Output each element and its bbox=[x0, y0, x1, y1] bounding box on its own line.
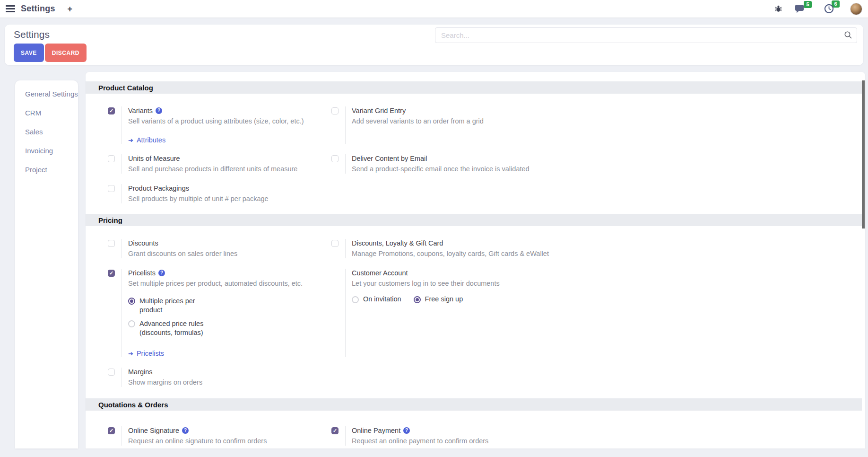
pricelists-checkbox[interactable] bbox=[108, 270, 115, 277]
setting-description: Add several variants to an order from a … bbox=[352, 117, 555, 126]
online-signature-checkbox[interactable] bbox=[108, 427, 115, 434]
plus-icon[interactable]: + bbox=[68, 5, 73, 13]
sidebar-item-general-settings[interactable]: General Settings bbox=[15, 84, 78, 103]
help-icon bbox=[403, 427, 410, 434]
topbar-right-icons: 5 6 bbox=[774, 3, 862, 15]
setting-description: Let your customers log in to see their d… bbox=[352, 279, 555, 288]
setting-description: Sell variants of a product using attribu… bbox=[128, 117, 331, 126]
setting-label: Deliver Content by Email bbox=[352, 154, 427, 163]
discard-button[interactable]: DISCARD bbox=[45, 44, 87, 62]
divider bbox=[345, 154, 346, 174]
setting-units-of-measure: Units of Measure Sell and purchase produ… bbox=[108, 154, 331, 174]
units-of-measure-checkbox[interactable] bbox=[108, 155, 115, 162]
section-product-catalog: Variants Sell variants of a product usin… bbox=[86, 94, 865, 214]
bug-icon[interactable] bbox=[774, 5, 782, 13]
setting-description: Sell products by multiple of unit # per … bbox=[128, 194, 331, 203]
radio-free-sign-up[interactable]: Free sign up bbox=[414, 295, 463, 304]
customer-account-radio-group: On invitation Free sign up bbox=[352, 295, 555, 304]
radio-button[interactable] bbox=[128, 320, 135, 327]
divider bbox=[345, 106, 346, 144]
setting-description: Manage Promotions, coupons, loyalty card… bbox=[352, 249, 555, 258]
product-packagings-checkbox[interactable] bbox=[108, 185, 115, 192]
help-icon bbox=[158, 270, 165, 276]
settings-form: Product Catalog Variants Sell variants o… bbox=[86, 72, 865, 446]
divider bbox=[122, 269, 122, 357]
setting-label: Customer Account bbox=[352, 269, 408, 277]
divider bbox=[122, 368, 122, 387]
setting-product-packagings: Product Packagings Sell products by mult… bbox=[108, 184, 331, 203]
setting-customer-account: Customer Account Let your customers log … bbox=[331, 269, 555, 357]
hamburger-menu-icon[interactable] bbox=[6, 5, 15, 12]
sidebar-item-crm[interactable]: CRM bbox=[15, 103, 78, 122]
activities-icon[interactable]: 6 bbox=[824, 4, 834, 14]
sidebar-item-project[interactable]: Project bbox=[15, 160, 78, 179]
setting-variants: Variants Sell variants of a product usin… bbox=[108, 106, 331, 144]
messages-icon[interactable]: 5 bbox=[795, 4, 805, 14]
radio-button[interactable] bbox=[352, 296, 359, 303]
pricelists-radio-group: Multiple prices per product Advanced pri… bbox=[128, 297, 331, 337]
save-button[interactable]: SAVE bbox=[14, 44, 44, 62]
radio-button[interactable] bbox=[128, 298, 135, 305]
variant-grid-entry-checkbox[interactable] bbox=[331, 107, 339, 114]
help-icon bbox=[156, 107, 162, 114]
deliver-content-checkbox[interactable] bbox=[331, 155, 339, 162]
setting-description: Request an online payment to confirm ord… bbox=[352, 437, 555, 446]
top-navbar: Settings + 5 6 bbox=[0, 0, 868, 18]
setting-margins: Margins Show margins on orders bbox=[108, 368, 331, 387]
divider bbox=[345, 426, 346, 446]
divider bbox=[122, 426, 122, 446]
setting-label: Variant Grid Entry bbox=[352, 106, 406, 115]
user-avatar[interactable] bbox=[850, 3, 862, 15]
divider bbox=[345, 269, 346, 357]
online-payment-checkbox[interactable] bbox=[331, 427, 339, 434]
setting-online-payment: Online Payment Request an online payment… bbox=[331, 426, 555, 446]
radio-advanced-price-rules[interactable]: Advanced price rules (discounts, formula… bbox=[128, 319, 331, 337]
sidebar-item-invoicing[interactable]: Invoicing bbox=[15, 141, 78, 160]
divider bbox=[345, 239, 346, 258]
sidebar-item-sales[interactable]: Sales bbox=[15, 122, 78, 141]
loyalty-checkbox[interactable] bbox=[331, 240, 339, 247]
setting-variant-grid-entry: Variant Grid Entry Add several variants … bbox=[331, 106, 555, 144]
search-bar bbox=[435, 27, 857, 43]
setting-label: Product Packagings bbox=[128, 184, 189, 193]
help-icon bbox=[182, 427, 189, 434]
setting-description: Set multiple prices per product, automat… bbox=[128, 279, 331, 288]
clock-icon bbox=[824, 4, 834, 14]
setting-description: Send a product-specific email once the i… bbox=[352, 165, 555, 174]
setting-label: Online Signature bbox=[128, 426, 179, 435]
radio-button[interactable] bbox=[414, 296, 421, 303]
pricelists-link[interactable]: Pricelists bbox=[128, 350, 164, 357]
setting-label: Discounts bbox=[128, 239, 158, 247]
setting-description: Show margins on orders bbox=[128, 378, 331, 387]
page-title: Settings bbox=[14, 29, 50, 40]
setting-label: Units of Measure bbox=[128, 154, 180, 163]
arrow-right-icon bbox=[128, 350, 133, 357]
setting-label: Margins bbox=[128, 368, 153, 376]
variants-checkbox[interactable] bbox=[108, 107, 115, 114]
section-pricing: Discounts Grant discounts on sales order… bbox=[86, 226, 865, 398]
vertical-scrollbar-thumb[interactable] bbox=[862, 80, 865, 228]
app-title: Settings bbox=[21, 4, 55, 14]
arrow-right-icon bbox=[128, 136, 133, 144]
setting-description: Request an online signature to confirm o… bbox=[128, 437, 331, 446]
divider bbox=[122, 106, 122, 144]
margins-checkbox[interactable] bbox=[108, 369, 115, 376]
setting-label: Variants bbox=[128, 106, 153, 115]
setting-label: Online Payment bbox=[352, 426, 400, 435]
setting-discounts-loyalty-gift-card: Discounts, Loyalty & Gift Card Manage Pr… bbox=[331, 239, 555, 258]
section-header-quotations-orders: Quotations & Orders bbox=[86, 398, 862, 411]
attributes-link[interactable]: Attributes bbox=[128, 136, 165, 144]
setting-pricelists: Pricelists Set multiple prices per produ… bbox=[108, 269, 331, 357]
discounts-checkbox[interactable] bbox=[108, 240, 115, 247]
setting-discounts: Discounts Grant discounts on sales order… bbox=[108, 239, 331, 258]
divider bbox=[122, 239, 122, 258]
search-icon[interactable] bbox=[844, 31, 852, 41]
search-input[interactable] bbox=[435, 27, 857, 43]
header-card: Settings SAVE DISCARD bbox=[5, 25, 863, 65]
section-header-pricing: Pricing bbox=[86, 214, 862, 226]
setting-label: Discounts, Loyalty & Gift Card bbox=[352, 239, 443, 247]
radio-on-invitation[interactable]: On invitation bbox=[352, 295, 401, 304]
setting-online-signature: Online Signature Request an online signa… bbox=[108, 426, 331, 446]
settings-sidebar: General Settings CRM Sales Invoicing Pro… bbox=[15, 80, 78, 448]
radio-multiple-prices[interactable]: Multiple prices per product bbox=[128, 297, 331, 315]
